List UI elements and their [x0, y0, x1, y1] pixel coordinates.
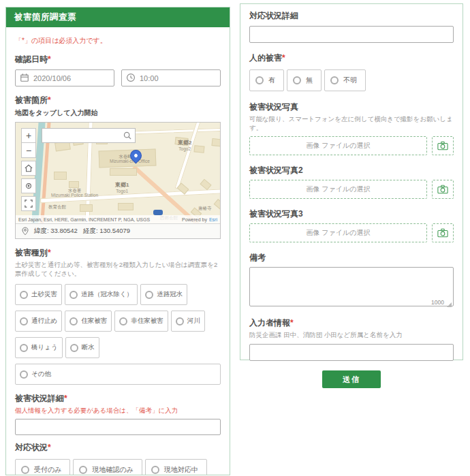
response-detail-input[interactable] — [249, 26, 454, 43]
date-field-wrap — [15, 69, 114, 86]
damage-detail-input[interactable] — [15, 419, 221, 435]
radio-icon[interactable] — [20, 291, 28, 299]
photo3-camera-button[interactable] — [432, 223, 454, 242]
home-button[interactable] — [21, 161, 36, 176]
damage-type-hint: 土砂災害と通行止め等、被害種別を2種類入力したい場合は調査票を2票作成してくださ… — [15, 261, 221, 279]
clock-icon — [126, 73, 136, 82]
extent-button[interactable] — [21, 196, 36, 211]
section-confirm-datetime: 確認日時* — [15, 54, 221, 86]
radio-icon[interactable] — [69, 291, 78, 299]
map-label-district1: 東郷1Togo1 — [115, 183, 129, 193]
photo1-camera-button[interactable] — [432, 136, 454, 155]
map-building — [211, 138, 220, 147]
radio-icon[interactable] — [21, 466, 29, 474]
radio-icon[interactable] — [145, 291, 153, 299]
required-asterisk: * — [48, 54, 51, 64]
radio-icon[interactable] — [79, 466, 87, 474]
option-injury-unknown[interactable]: 不明 — [324, 69, 366, 91]
remarks-textarea[interactable] — [249, 267, 454, 306]
radio-icon[interactable] — [255, 76, 264, 84]
map-label-temple: 唐椿寺 — [198, 206, 212, 210]
photo1-file-select-button[interactable]: 画像 ファイルの選択 — [249, 136, 427, 155]
map-widget: 水巻町役場Mizumaki-cho Office 東郷2Togo2 東郷1Tog… — [15, 122, 221, 239]
date-input[interactable] — [15, 69, 114, 86]
submit-button[interactable]: 送信 — [322, 370, 381, 388]
option-reception-only[interactable]: 受付のみ — [15, 459, 70, 475]
photo1-label: 被害状況写真 — [249, 101, 454, 113]
survey-form-panel-right: 対応状況詳細 人的被害* 有 無 不明 被害状況写真 可能な限り、スマートフォン… — [240, 3, 463, 360]
damage-location-label: 被害箇所 — [15, 95, 48, 105]
option-other[interactable]: その他 — [15, 364, 221, 385]
radio-icon[interactable] — [176, 317, 184, 326]
section-response-detail: 対応状況詳細 — [249, 10, 454, 43]
option-injury-yes[interactable]: 有 — [249, 69, 284, 91]
section-damage-location: 被害箇所* 地図をタップして入力開始 — [15, 95, 221, 239]
extent-icon — [25, 200, 33, 208]
coordinates-bar: 緯度: 33.80542 経度: 130.54079 — [16, 223, 220, 238]
radio-icon[interactable] — [20, 370, 28, 379]
time-input[interactable] — [121, 69, 221, 86]
option-site-responding[interactable]: 現地対応中 — [145, 459, 207, 475]
map-search-box[interactable] — [42, 128, 136, 143]
photo3-file-select-button[interactable]: 画像 ファイルの選択 — [249, 223, 427, 242]
map-building — [54, 172, 67, 180]
radio-icon[interactable] — [20, 317, 28, 326]
option-nonhouse-damage[interactable]: 非住家被害 — [114, 311, 168, 332]
time-field-wrap — [121, 69, 221, 86]
map-hint: 地図をタップして入力開始 — [15, 108, 221, 118]
response-status-label: 対応状況 — [15, 443, 48, 452]
section-human-damage: 人的被害* 有 無 不明 — [249, 52, 454, 91]
camera-icon — [437, 228, 448, 238]
confirm-datetime-label: 確認日時 — [15, 54, 48, 64]
camera-icon — [437, 185, 448, 194]
reporter-input[interactable] — [249, 344, 454, 361]
option-bridge[interactable]: 橋りょう — [15, 337, 63, 358]
resize-handle-icon[interactable] — [447, 302, 452, 307]
map-building — [118, 203, 134, 210]
section-damage-detail: 被害状況詳細* 個人情報を入力する必要がある場合は、「備考」に入力 — [15, 393, 221, 435]
required-asterisk: * — [48, 248, 51, 257]
map-label-district2: 東郷2Togo2 — [178, 140, 191, 151]
radio-icon[interactable] — [151, 466, 159, 474]
option-house-damage[interactable]: 住家被害 — [65, 311, 112, 332]
remarks-char-counter: 1000 — [431, 299, 444, 306]
attribution-text: Esri Japan, Esri, HERE, Garmin, INCREMEN… — [18, 217, 150, 222]
photo1-hint: 可能な限り、スマートフォンを左に倒して横向きで撮影をお願いします。 — [249, 115, 454, 133]
option-road-closed[interactable]: 通行止め — [15, 311, 62, 332]
map-building — [200, 179, 211, 191]
radio-icon[interactable] — [330, 76, 339, 84]
section-photo-2: 被害状況写真2 画像 ファイルの選択 — [249, 165, 454, 199]
home-icon — [25, 164, 33, 172]
locate-button[interactable] — [21, 178, 36, 193]
zoom-in-button[interactable]: + — [21, 128, 36, 143]
zoom-out-button[interactable]: − — [21, 143, 36, 158]
section-remarks: 備考 1000 — [249, 252, 454, 309]
photo2-camera-button[interactable] — [432, 180, 454, 199]
required-asterisk: * — [48, 443, 51, 452]
radio-icon[interactable] — [293, 76, 301, 84]
option-injury-no[interactable]: 無 — [287, 69, 322, 91]
map-building — [80, 204, 93, 212]
map-canvas[interactable]: 水巻町役場Mizumaki-cho Office 東郷2Togo2 東郷1Tog… — [16, 123, 220, 223]
option-water-outage[interactable]: 断水 — [65, 337, 99, 358]
damage-type-options: 土砂災害 道路（冠水除く） 道路冠水 通行止め 住家被害 非住家被害 河川 橋り… — [15, 284, 221, 385]
option-road-flood[interactable]: 道路冠水 — [140, 284, 187, 305]
human-damage-label: 人的被害 — [249, 53, 282, 63]
option-river[interactable]: 河川 — [171, 311, 205, 332]
esri-link[interactable]: Esri — [209, 217, 217, 222]
option-road-excl-flood[interactable]: 道路（冠水除く） — [65, 284, 138, 305]
radio-icon[interactable] — [70, 344, 78, 352]
camera-icon — [437, 141, 448, 150]
photo2-label: 被害状況写真2 — [249, 165, 454, 176]
photo2-file-select-button[interactable]: 画像 ファイルの選択 — [249, 180, 427, 199]
map-label-police: 水巻署Mizumaki Police Station — [51, 188, 98, 197]
option-landslide[interactable]: 土砂災害 — [15, 284, 62, 305]
required-asterisk: * — [282, 53, 285, 63]
photo3-label: 被害状況写真3 — [249, 208, 454, 220]
longitude-value: 経度: 130.54079 — [83, 227, 130, 236]
reporter-hint: 防災企画課 田中、消防団 小田など所属と名前を入力 — [249, 331, 454, 340]
radio-icon[interactable] — [20, 344, 28, 352]
radio-icon[interactable] — [69, 317, 78, 326]
option-site-check-only[interactable]: 現地確認のみ — [73, 459, 142, 475]
radio-icon[interactable] — [119, 317, 127, 326]
